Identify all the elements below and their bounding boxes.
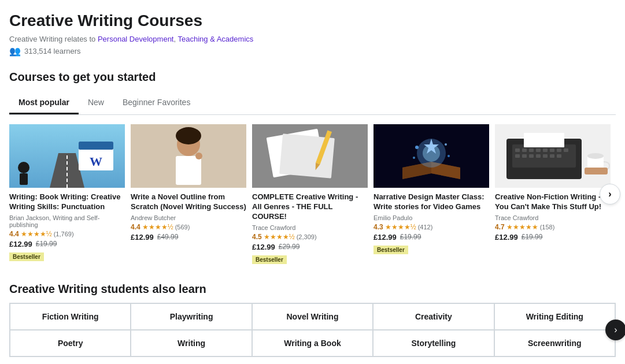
review-count: (2,309): [297, 233, 317, 240]
learners-icon: 👥: [9, 46, 21, 57]
course-instructor: Andrew Butcher: [131, 214, 246, 221]
stars-row: 4.7 ★★★★★ (158): [495, 223, 611, 231]
course-thumbnail: [495, 124, 611, 188]
price-original: £19.99: [400, 233, 421, 241]
also-learn-item[interactable]: Creativity: [373, 303, 494, 330]
rating-value: 4.4: [9, 230, 19, 238]
stars-display: ★★★★½: [264, 233, 295, 241]
courses-next-button[interactable]: ›: [600, 184, 620, 205]
course-card[interactable]: Narrative Design Master Class: Write sto…: [373, 124, 489, 264]
rating-value: 4.4: [131, 223, 140, 231]
also-learn-item[interactable]: Playwriting: [131, 303, 252, 330]
stars-row: 4.4 ★★★★½ (569): [131, 223, 246, 231]
price-current: £12.99: [495, 233, 518, 242]
also-learn-grid: Fiction Writing Playwriting Novel Writin…: [9, 303, 616, 357]
svg-point-10: [176, 127, 201, 144]
stars-display: ★★★★½: [385, 223, 416, 231]
review-count: (158): [540, 224, 555, 231]
course-thumbnail: W: [9, 124, 125, 188]
relates-to-text: Creative Writing relates to Personal Dev…: [9, 35, 616, 43]
course-instructor: Emilio Padulo: [373, 214, 489, 221]
also-learn-item[interactable]: Screenwriting: [494, 330, 615, 356]
also-learn-item[interactable]: Writing: [131, 330, 252, 356]
price-current: £12.99: [131, 233, 154, 242]
stars-row: 4.5 ★★★★½ (2,309): [252, 233, 368, 241]
svg-rect-47: [585, 168, 608, 174]
stars-row: 4.4 ★★★★½ (1,769): [9, 230, 125, 238]
svg-rect-37: [515, 154, 520, 158]
also-learn-section: Creative Writing students also learn Fic…: [9, 283, 616, 357]
course-thumbnail: [252, 124, 368, 188]
also-learn-item[interactable]: Writing Editing: [494, 303, 615, 330]
price-row: £12.99 £29.99: [252, 243, 368, 251]
course-thumbnail: [131, 124, 246, 188]
courses-list: W Writing: Book Writing: Creative Writin…: [9, 124, 616, 264]
course-instructor: Trace Crawford: [495, 214, 611, 221]
svg-point-22: [415, 146, 419, 149]
courses-section-title: Courses to get you started: [9, 70, 616, 84]
page-title: Creative Writing Courses: [9, 12, 616, 30]
price-original: £19.99: [36, 240, 57, 248]
stars-display: ★★★★½: [142, 223, 173, 231]
svg-point-46: [587, 153, 604, 159]
price-row: £12.99 £19.99: [9, 240, 125, 248]
svg-rect-33: [543, 148, 548, 152]
rating-value: 4.7: [495, 223, 505, 231]
courses-carousel: W Writing: Book Writing: Creative Writin…: [9, 124, 616, 264]
svg-rect-40: [536, 154, 541, 158]
svg-rect-39: [529, 154, 534, 158]
personal-dev-link[interactable]: Personal Development: [98, 35, 174, 43]
also-learn-next-button[interactable]: ›: [605, 320, 625, 340]
also-learn-item[interactable]: Storytelling: [373, 330, 494, 356]
price-current: £12.99: [9, 240, 32, 248]
svg-rect-29: [515, 148, 520, 152]
svg-rect-6: [79, 142, 113, 150]
price-original: £49.99: [157, 233, 179, 241]
course-title: Write a Novel Outline from Scratch (Nove…: [131, 192, 246, 212]
also-learn-item[interactable]: Writing a Book: [252, 330, 373, 356]
svg-rect-34: [550, 148, 554, 152]
teaching-link[interactable]: Teaching & Academics: [177, 35, 253, 43]
learners-row: 👥 313,514 learners: [9, 46, 616, 57]
bestseller-badge: Bestseller: [252, 255, 287, 264]
course-thumbnail: [373, 124, 489, 188]
course-title: COMPLETE Creative Writing - All Genres -…: [252, 192, 368, 222]
price-row: £12.99 £19.99: [495, 233, 611, 242]
svg-point-12: [195, 153, 202, 159]
course-card[interactable]: COMPLETE Creative Writing - All Genres -…: [252, 124, 368, 264]
tab-new[interactable]: New: [79, 92, 113, 114]
svg-rect-31: [529, 148, 534, 152]
also-learn-item[interactable]: Poetry: [10, 330, 131, 356]
also-learn-title: Creative Writing students also learn: [9, 283, 616, 296]
also-learn-item[interactable]: Novel Writing: [252, 303, 373, 330]
course-tabs: Most popular New Beginner Favorites: [9, 92, 616, 115]
svg-point-25: [413, 157, 415, 159]
course-card[interactable]: Write a Novel Outline from Scratch (Nove…: [131, 124, 246, 264]
tab-most-popular[interactable]: Most popular: [9, 92, 79, 114]
course-title: Narrative Design Master Class: Write sto…: [373, 192, 489, 212]
price-current: £12.99: [373, 233, 397, 242]
course-instructor: Brian Jackson, Writing and Self-publishi…: [9, 214, 125, 228]
course-card[interactable]: W Writing: Book Writing: Creative Writin…: [9, 124, 125, 264]
review-count: (569): [175, 224, 190, 231]
course-title: Writing: Book Writing: Creative Writing …: [9, 192, 125, 212]
svg-text:W: W: [90, 154, 102, 169]
course-card[interactable]: Creative Non-Fiction Writing - You Can't…: [495, 124, 611, 264]
tab-beginner-favorites[interactable]: Beginner Favorites: [113, 92, 200, 114]
learners-count: 313,514 learners: [24, 47, 81, 55]
svg-rect-38: [522, 154, 527, 158]
svg-point-23: [445, 143, 447, 146]
bestseller-badge: Bestseller: [373, 246, 408, 254]
svg-rect-42: [550, 154, 554, 158]
svg-rect-35: [557, 148, 561, 152]
course-title: Creative Non-Fiction Writing - You Can't…: [495, 192, 611, 212]
svg-rect-44: [524, 133, 564, 147]
svg-rect-43: [557, 154, 561, 158]
svg-rect-30: [522, 148, 527, 152]
also-learn-item[interactable]: Fiction Writing: [10, 303, 131, 330]
svg-point-3: [18, 162, 29, 173]
price-row: £12.99 £19.99: [373, 233, 489, 242]
svg-rect-41: [543, 154, 548, 158]
bestseller-badge: Bestseller: [9, 252, 44, 261]
price-original: £29.99: [279, 243, 300, 251]
